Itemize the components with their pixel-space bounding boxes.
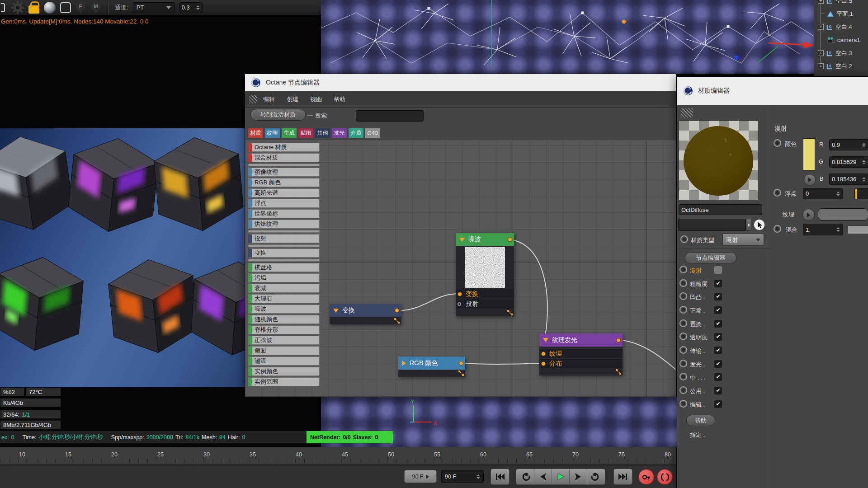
- material-type-dropdown[interactable]: 漫射: [722, 234, 764, 246]
- color-expand-button[interactable]: [804, 174, 816, 186]
- list-item[interactable]: 混合材质: [248, 153, 320, 162]
- node-rgb-header[interactable]: RGB 颜色: [398, 357, 465, 370]
- goto-end-button[interactable]: [613, 469, 632, 485]
- list-item[interactable]: 实例颜色: [248, 367, 320, 376]
- mix-value-field[interactable]: 1.: [803, 224, 843, 235]
- timeline-ruler[interactable]: 10 15 20 25 30 35 40 45 50 55 60 65 70 7…: [0, 447, 676, 465]
- pin-f-icon[interactable]: F: [75, 1, 86, 14]
- channel-checkbox[interactable]: [714, 266, 722, 274]
- input-port-connected[interactable]: [541, 352, 546, 356]
- tab-generate[interactable]: 生成: [282, 128, 297, 138]
- list-item[interactable]: 脊椎分形: [248, 325, 320, 334]
- list-item[interactable]: 随机颜色: [248, 315, 320, 324]
- b-value-field[interactable]: 0.185436: [829, 174, 868, 185]
- channel-checkbox[interactable]: ✔: [714, 360, 722, 368]
- collapsed-triangle-icon[interactable]: [402, 361, 406, 366]
- list-item[interactable]: 投射: [248, 234, 320, 243]
- channel-radio[interactable]: [679, 386, 687, 394]
- float-value-field[interactable]: 0: [803, 188, 843, 199]
- resize-icon[interactable]: [616, 369, 621, 375]
- float-slider-handle[interactable]: [855, 189, 857, 199]
- material-type-radio[interactable]: [680, 235, 688, 243]
- list-item[interactable]: 污垢: [248, 273, 320, 282]
- path-expand-button[interactable]: [746, 219, 751, 231]
- channel-radio[interactable]: [679, 360, 687, 367]
- list-item[interactable]: 世界坐标: [248, 209, 320, 218]
- region-icon[interactable]: [60, 2, 71, 13]
- menu-view[interactable]: 视图: [310, 95, 322, 103]
- tab-material[interactable]: 材质: [248, 128, 263, 138]
- prev-key-button[interactable]: [517, 469, 534, 485]
- node-transform[interactable]: 变换: [330, 304, 401, 324]
- res​ize-icon[interactable]: [507, 310, 513, 315]
- open-node-editor-button[interactable]: 节点编辑器: [685, 252, 736, 263]
- list-item[interactable]: 高斯光谱: [248, 188, 320, 197]
- channel-radio[interactable]: [679, 319, 687, 327]
- channel-checkbox[interactable]: ✔: [714, 373, 722, 381]
- record-key-button[interactable]: [638, 469, 654, 485]
- tab-other[interactable]: 其他: [315, 128, 330, 138]
- list-item[interactable]: 实例范围: [248, 377, 320, 386]
- help-button[interactable]: 帮助: [686, 415, 715, 426]
- node-rgb-color[interactable]: RGB 颜色: [398, 357, 465, 377]
- material-editor-titlebar[interactable]: 材质编辑器: [677, 77, 868, 105]
- output-port[interactable]: [508, 237, 512, 242]
- list-item[interactable]: Octane 材质: [248, 143, 320, 152]
- channel-radio[interactable]: [679, 292, 687, 300]
- tab-c4d[interactable]: C4D: [365, 128, 380, 138]
- collapse-triangle-icon[interactable]: [459, 238, 465, 242]
- node-emission-header[interactable]: 纹理发光: [539, 333, 623, 347]
- object-row-camera[interactable]: camera1: [814, 33, 868, 47]
- channel-checkbox[interactable]: ✔: [714, 400, 722, 408]
- viewport-top[interactable]: [321, 0, 814, 74]
- channel-checkbox[interactable]: ✔: [714, 293, 722, 300]
- texture-link-field[interactable]: [818, 208, 868, 221]
- object-row-null5[interactable]: + 0 空白.5: [814, 0, 868, 7]
- resize-icon[interactable]: [458, 371, 464, 376]
- expand-icon[interactable]: +: [818, 63, 824, 69]
- object-row-null3[interactable]: + 0 空白.3: [814, 47, 868, 60]
- expand-icon[interactable]: +: [818, 24, 824, 30]
- sphere-icon[interactable]: [44, 2, 56, 14]
- channel-radio[interactable]: [679, 266, 687, 273]
- channel-checkbox[interactable]: ✔: [714, 280, 722, 287]
- output-port[interactable]: [395, 308, 399, 313]
- texture-path-field[interactable]: [678, 219, 746, 231]
- g-value-field[interactable]: 0.815629: [829, 156, 868, 168]
- list-item[interactable]: 图像纹理: [248, 168, 320, 177]
- tab-medium[interactable]: 介质: [349, 128, 363, 138]
- tab-emission[interactable]: 发光: [332, 128, 347, 138]
- pick-material-button[interactable]: [754, 219, 765, 230]
- channel-checkbox[interactable]: ✔: [714, 320, 722, 328]
- list-item[interactable]: 浮点: [248, 199, 320, 208]
- input-row-projection[interactable]: 投射: [456, 299, 514, 309]
- list-item[interactable]: 大理石: [248, 294, 320, 303]
- node-transform-header[interactable]: 变换: [330, 304, 401, 317]
- tab-texture[interactable]: 纹理: [265, 128, 280, 138]
- list-item[interactable]: 棋盘格: [248, 263, 320, 272]
- channel-radio[interactable]: [679, 373, 687, 380]
- list-item[interactable]: 衰减: [248, 284, 320, 293]
- material-name-field[interactable]: OctDiffuse: [679, 204, 762, 215]
- output-port[interactable]: [616, 338, 621, 343]
- list-item[interactable]: 湍流: [248, 357, 320, 366]
- frame-range-button[interactable]: 90 F: [404, 470, 437, 483]
- object-row-plane[interactable]: 平面.1: [814, 7, 868, 20]
- mix-radio[interactable]: [774, 225, 781, 233]
- texture-expand-button[interactable]: [802, 209, 815, 221]
- channel-checkbox[interactable]: ✔: [714, 333, 722, 341]
- node-graph-canvas[interactable]: Octane 材质 混合材质 图像纹理 RGB 颜色 高斯光谱 浮点 世界坐标 …: [245, 140, 676, 397]
- channel-radio[interactable]: [679, 306, 687, 314]
- channel-radio[interactable]: [679, 333, 687, 340]
- list-item[interactable]: 噪波: [248, 305, 320, 314]
- next-frame-button[interactable]: [570, 469, 587, 485]
- input-row-distribution[interactable]: 分布: [539, 358, 623, 368]
- channel-radio[interactable]: [679, 400, 687, 408]
- input-row-texture[interactable]: 纹理: [539, 348, 623, 358]
- collapse-triangle-icon[interactable]: [543, 338, 548, 342]
- list-item[interactable]: 正弦波: [248, 336, 320, 345]
- pin-m-icon[interactable]: M: [91, 1, 102, 14]
- input-row-transform[interactable]: 变换: [456, 289, 514, 299]
- channel-checkbox[interactable]: ✔: [714, 306, 722, 314]
- goto-active-material-button[interactable]: 转到激活材质: [250, 109, 306, 121]
